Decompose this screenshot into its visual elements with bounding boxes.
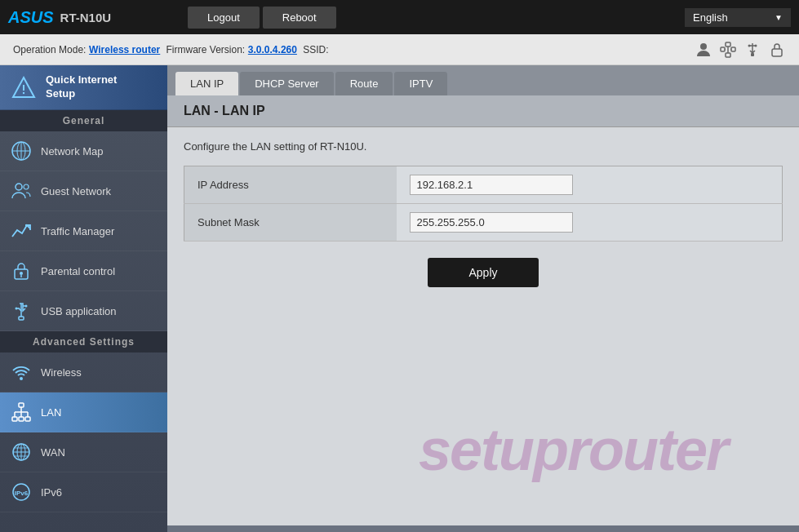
settings-table: IP Address Subnet Mask [184,166,783,242]
ip-address-input[interactable] [410,175,573,195]
sidebar-item-ipv6[interactable]: IPv6 IPv6 [0,472,167,512]
svg-point-8 [748,44,751,47]
quick-internet-setup[interactable]: Quick Internet Setup [0,65,167,110]
svg-point-27 [16,308,18,310]
svg-point-0 [700,43,707,50]
guest-network-icon [10,180,33,202]
firmware-value[interactable]: 3.0.0.4.260 [248,44,297,55]
svg-point-14 [23,92,24,94]
tab-lan-ip[interactable]: LAN IP [175,72,238,95]
usb-application-icon [10,299,33,322]
svg-point-30 [20,377,23,380]
sidebar-item-traffic-manager[interactable]: Traffic Manager [0,211,167,251]
subnet-mask-input[interactable] [410,212,573,233]
svg-point-22 [20,272,23,275]
svg-rect-11 [772,49,782,56]
sidebar-item-parental-control[interactable]: Parental control [0,251,167,291]
model-name: RT-N10U [60,11,112,24]
logout-button[interactable]: Logout [188,7,260,29]
svg-text:IPv6: IPv6 [15,490,29,497]
sidebar-item-network-map[interactable]: Network Map [0,131,167,171]
svg-point-20 [24,184,29,189]
svg-rect-33 [19,417,24,421]
svg-rect-32 [12,417,17,421]
asus-logo: ASUS [8,8,54,27]
quick-setup-label: Quick Internet Setup [46,73,117,101]
wireless-label: Wireless [41,366,82,379]
quick-setup-icon [10,73,38,101]
sidebar: Quick Internet Setup General Network Map [0,65,167,532]
svg-rect-10 [751,53,754,56]
ssid-label: SSID: [303,44,328,55]
tab-iptv[interactable]: IPTV [394,72,447,95]
svg-rect-31 [19,403,24,407]
sidebar-item-lan[interactable]: LAN [0,392,167,432]
description-text: Configure the LAN setting of RT-N10U. [184,140,783,153]
subnet-mask-row: Subnet Mask [184,204,783,242]
usb-icon [744,41,761,59]
tab-dhcp-server[interactable]: DHCP Server [240,72,334,95]
chevron-down-icon: ▼ [775,13,783,22]
main-layout: Quick Internet Setup General Network Map [0,65,799,532]
wan-label: WAN [41,446,65,459]
svg-rect-2 [726,53,730,57]
content-body: Configure the LAN setting of RT-N10U. IP… [167,127,799,300]
sidebar-item-wireless[interactable]: Wireless [0,352,167,392]
svg-rect-25 [19,317,24,320]
lan-icon [10,401,33,423]
network-map-label: Network Map [41,145,104,157]
section-title: LAN - LAN IP [167,95,799,127]
ipv6-label: IPv6 [41,486,62,499]
advanced-settings-header: Advanced Settings [0,331,167,352]
guest-network-label: Guest Network [41,185,111,197]
network-icon [719,41,737,59]
lan-label: LAN [41,406,61,419]
sidebar-item-usb-application[interactable]: USB application [0,291,167,331]
tab-bar: LAN IP DHCP Server Route IPTV [167,65,799,95]
parental-control-label: Parental control [41,265,115,277]
subnet-mask-label: Subnet Mask [184,204,397,242]
usb-application-label: USB application [41,305,117,317]
lock-icon [768,41,786,59]
language-label: English [693,11,728,24]
ip-address-row: IP Address [184,166,783,204]
network-map-icon [10,140,33,162]
wan-icon [10,441,33,463]
op-mode-value[interactable]: Wireless router [89,44,160,55]
svg-rect-3 [721,47,725,51]
logo-area: ASUS RT-N10U [8,8,171,27]
status-bar: Operation Mode: Wireless router Firmware… [0,34,799,65]
top-bar: ASUS RT-N10U Logout Reboot English ▼ [0,0,799,34]
op-mode-label: Operation Mode: [13,44,86,55]
ip-address-cell [397,166,783,204]
traffic-manager-icon [10,219,33,242]
wireless-icon [10,361,33,383]
svg-rect-34 [25,417,30,421]
language-selector[interactable]: English ▼ [685,8,791,27]
subnet-mask-cell [397,204,783,242]
sidebar-item-wan[interactable]: WAN [0,432,167,472]
sidebar-item-guest-network[interactable]: Guest Network [0,171,167,211]
content-panel: LAN - LAN IP Configure the LAN setting o… [167,95,799,525]
user-icon [695,41,712,59]
traffic-manager-label: Traffic Manager [41,225,114,237]
svg-point-19 [16,184,22,190]
status-icons [695,41,786,59]
ipv6-icon: IPv6 [10,481,33,503]
apply-btn-row: Apply [184,258,783,287]
firmware-label: Firmware Version: [166,44,246,55]
general-section-header: General [0,110,167,131]
ip-address-label: IP Address [184,166,397,204]
tab-route[interactable]: Route [335,72,393,95]
apply-button[interactable]: Apply [428,258,538,287]
top-nav: Logout Reboot [188,7,336,29]
content-area: LAN IP DHCP Server Route IPTV LAN - LAN … [167,65,799,532]
reboot-button[interactable]: Reboot [263,7,336,29]
parental-control-icon [10,259,33,282]
svg-point-9 [755,44,757,47]
svg-point-29 [25,305,28,308]
svg-rect-1 [726,42,730,47]
svg-rect-4 [731,47,735,51]
